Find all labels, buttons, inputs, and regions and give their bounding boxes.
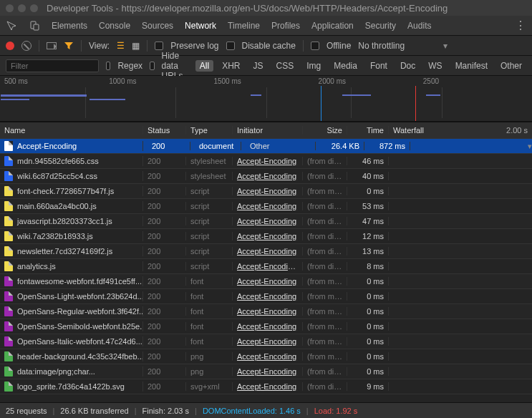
inspect-icon[interactable] xyxy=(6,20,17,31)
request-row[interactable]: logo_sprite.7d36c4a1422b.svg200svg+xmlAc… xyxy=(0,379,532,394)
col-status[interactable]: Status xyxy=(143,126,186,135)
request-time: 0 ms xyxy=(347,292,389,301)
tab-sources[interactable]: Sources xyxy=(142,21,173,31)
network-filterbar: Regex Hide data URLs AllXHRJSCSSImgMedia… xyxy=(0,56,532,76)
request-row[interactable]: javascript.b28203373cc1.js200scriptAccep… xyxy=(0,214,532,229)
more-menu-icon[interactable]: ⋮ xyxy=(515,19,526,32)
table-header[interactable]: Name Status Type Initiator Size Time Wat… xyxy=(0,122,532,139)
tab-security[interactable]: Security xyxy=(365,21,396,31)
request-initiator[interactable]: Accept-Encoding xyxy=(237,367,296,376)
tab-application[interactable]: Application xyxy=(311,21,354,31)
request-initiator[interactable]: Accept-Encoding xyxy=(237,247,296,256)
maximize-window-icon[interactable] xyxy=(30,4,38,12)
request-row[interactable]: OpenSans-Regular-webfont.3f642f...200fon… xyxy=(0,304,532,319)
request-initiator[interactable]: Accept-Encoding xyxy=(237,172,296,180)
timeline-label: 1000 ms xyxy=(109,77,213,85)
tab-audits[interactable]: Audits xyxy=(407,21,431,31)
request-row[interactable]: header-background.4c35c324fbeb...200pngA… xyxy=(0,349,532,364)
request-row[interactable]: OpenSans-Light-webfont.23b624d...200font… xyxy=(0,289,532,304)
request-row[interactable]: mdn.945582cfe665.css200stylesheetAccept-… xyxy=(0,154,532,169)
request-initiator[interactable]: Accept-Encoding xyxy=(237,187,296,195)
col-initiator[interactable]: Initiator xyxy=(233,126,303,135)
view-list-icon[interactable]: ☰ xyxy=(117,41,125,51)
filter-chip-ws[interactable]: WS xyxy=(424,60,446,72)
col-name[interactable]: Name xyxy=(0,126,143,135)
filter-chip-xhr[interactable]: XHR xyxy=(218,60,244,72)
disable-cache-checkbox[interactable] xyxy=(226,42,235,50)
request-initiator[interactable]: Accept-Encoding xyxy=(237,202,296,210)
throttling-select[interactable]: No throttling xyxy=(358,41,448,51)
filter-chip-css[interactable]: CSS xyxy=(272,60,299,72)
request-initiator[interactable]: Accept-Encoding xyxy=(237,307,296,316)
request-type: svg+xml xyxy=(186,382,233,391)
request-name: fontawesome-webfont.fdf491ce5ff... xyxy=(17,277,142,286)
request-name: OpenSans-Regular-webfont.3f642f... xyxy=(17,307,143,316)
filter-chip-js[interactable]: JS xyxy=(249,60,268,72)
timeline-label: 2000 ms xyxy=(319,77,423,85)
view-label: View: xyxy=(89,41,110,51)
request-initiator[interactable]: Accept-Encoding xyxy=(237,382,296,391)
filter-chip-other[interactable]: Other xyxy=(496,60,526,72)
timeline-overview[interactable]: 500 ms1000 ms1500 ms2000 ms2500 xyxy=(0,76,532,122)
request-initiator[interactable]: Accept-Encoding xyxy=(237,232,296,240)
request-row[interactable]: OpenSans-Semibold-webfont.b25e...200font… xyxy=(0,319,532,334)
filter-icon[interactable] xyxy=(64,41,74,51)
record-button[interactable] xyxy=(6,42,14,50)
clear-button[interactable] xyxy=(21,41,32,51)
request-status: 200 xyxy=(143,307,186,316)
request-row[interactable]: data:image/png;char...200pngAccept-Encod… xyxy=(0,364,532,379)
request-row[interactable]: wiki.6c87d25cc5c4.css200stylesheetAccept… xyxy=(0,169,532,184)
request-row[interactable]: analytics.js200scriptAccept-Encoding...(… xyxy=(0,259,532,274)
request-row[interactable]: newsletter.7cd3274169f2.js200scriptAccep… xyxy=(0,244,532,259)
request-row[interactable]: fontawesome-webfont.fdf491ce5ff...200fon… xyxy=(0,274,532,289)
request-type: font xyxy=(186,337,233,346)
request-status: 200 xyxy=(143,367,186,376)
request-type: script xyxy=(186,202,233,210)
request-initiator[interactable]: Accept-Encoding xyxy=(237,292,296,301)
filter-chip-all[interactable]: All xyxy=(195,60,213,72)
request-size: (from dis... xyxy=(303,217,347,225)
request-initiator[interactable]: Accept-Encoding xyxy=(237,352,296,361)
offline-checkbox[interactable] xyxy=(311,42,319,50)
device-toggle-icon[interactable] xyxy=(29,20,40,31)
col-size[interactable]: Size xyxy=(303,126,347,135)
hide-data-urls-checkbox[interactable] xyxy=(150,62,154,70)
request-initiator[interactable]: Accept-Encoding... xyxy=(237,262,303,271)
request-row[interactable]: OpenSans-Italic-webfont.47c24d6...200fon… xyxy=(0,334,532,349)
screenshot-icon[interactable] xyxy=(47,42,57,49)
request-initiator[interactable]: Accept-Encoding xyxy=(237,277,296,286)
request-row[interactable]: font-check.77286577b47f.js200scriptAccep… xyxy=(0,184,532,199)
status-bar: 25 requests | 26.6 KB transferred | Fini… xyxy=(0,402,532,418)
window-titlebar: Developer Tools - https://developer.mozi… xyxy=(0,0,532,16)
request-initiator[interactable]: Accept-Encoding xyxy=(237,157,296,165)
request-row[interactable]: main.660aa2a4bc00.js200scriptAccept-Enco… xyxy=(0,199,532,214)
disable-cache-label: Disable cache xyxy=(242,41,296,51)
tab-console[interactable]: Console xyxy=(99,21,130,31)
filter-input[interactable] xyxy=(6,59,99,72)
filter-chip-manifest[interactable]: Manifest xyxy=(451,60,492,72)
tab-elements[interactable]: Elements xyxy=(52,21,87,31)
request-type: script xyxy=(186,187,233,195)
filter-chip-media[interactable]: Media xyxy=(329,60,362,72)
tab-network[interactable]: Network xyxy=(185,21,216,31)
view-grid-icon[interactable]: ▦ xyxy=(132,41,140,51)
close-window-icon[interactable] xyxy=(6,4,14,12)
request-row[interactable]: Accept-Encoding200documentOther26.4 KB87… xyxy=(0,139,532,154)
request-row[interactable]: wiki.7a2382b18933.js200scriptAccept-Enco… xyxy=(0,229,532,244)
tab-profiles[interactable]: Profiles xyxy=(271,21,300,31)
tab-timeline[interactable]: Timeline xyxy=(228,21,260,31)
traffic-lights[interactable] xyxy=(6,4,38,12)
filter-chip-img[interactable]: Img xyxy=(302,60,325,72)
col-type[interactable]: Type xyxy=(186,126,233,135)
request-initiator[interactable]: Accept-Encoding xyxy=(237,217,296,225)
minimize-window-icon[interactable] xyxy=(18,4,26,12)
filter-chip-doc[interactable]: Doc xyxy=(396,60,420,72)
request-initiator[interactable]: Accept-Encoding xyxy=(237,322,296,331)
col-waterfall[interactable]: Waterfall2.00 s xyxy=(389,126,532,135)
request-initiator[interactable]: Accept-Encoding xyxy=(237,337,296,346)
request-size: 26.4 KB xyxy=(320,142,364,150)
filter-chip-font[interactable]: Font xyxy=(366,60,392,72)
preserve-log-checkbox[interactable] xyxy=(155,42,163,50)
regex-checkbox[interactable] xyxy=(106,62,110,70)
col-time[interactable]: Time xyxy=(347,126,389,135)
